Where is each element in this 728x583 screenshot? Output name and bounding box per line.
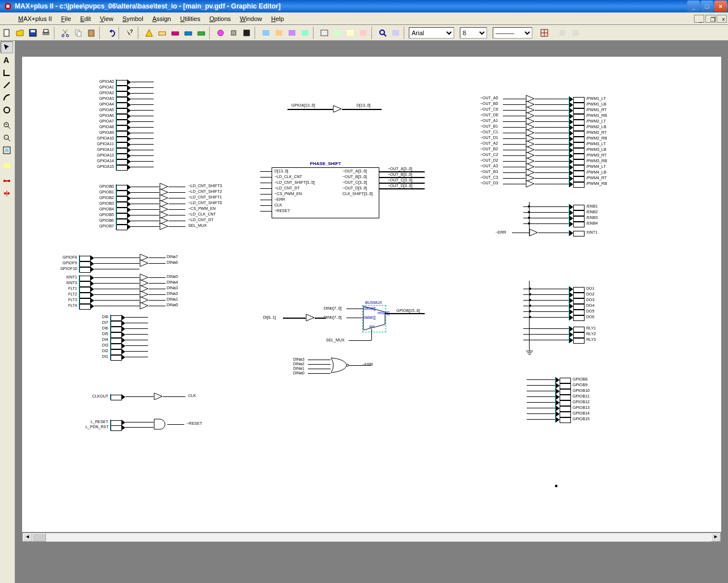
input-pin[interactable]: DI7 [110,320,111,326]
font-size-select[interactable]: 8 [460,27,487,39]
output-pin[interactable]: DO3 [569,298,570,303]
input-pin[interactable]: DI8 [110,315,111,320]
help-context-button[interactable]: ? [124,27,136,39]
tool3-icon[interactable] [286,27,298,39]
input-pin[interactable]: XINT1 [79,275,80,281]
new-button[interactable] [1,27,13,39]
tool7-icon[interactable] [357,27,370,39]
schematic-canvas[interactable]: GPIOA0GPIOA1GPIOA2GPIOA3GPIOA4GPIOA5GPIO… [22,57,721,532]
output-pin[interactable]: /ENB3 [569,216,570,221]
output-pin[interactable]: GPIOB9 [555,383,556,388]
output-pin[interactable]: /PWM3_LB [569,147,570,153]
output-pin[interactable]: GPIOB10 [555,388,556,394]
input-pin[interactable]: GPIOB1 [116,190,117,196]
input-pin[interactable]: GPIOA2 [116,91,117,96]
input-pin[interactable]: XINT3 [79,281,80,286]
input-pin[interactable]: GPIOA10 [116,136,117,142]
input-pin[interactable]: L_PDN_RST [110,425,111,430]
output-pin[interactable]: GPIOB8 [555,377,556,383]
paste-button[interactable] [85,27,98,39]
find-tool[interactable] [1,159,13,171]
output-pin[interactable]: /ENB4 [569,221,570,227]
compiler-icon[interactable] [169,27,181,39]
input-pin[interactable]: GPIOA13 [116,153,117,159]
output-pin[interactable]: RLY1 [569,326,570,332]
input-pin[interactable]: GPIOA7 [116,119,117,125]
input-pin[interactable]: GPIOB0 [116,184,117,190]
zoom-out-tool[interactable]: - [1,132,13,143]
menu-utilities[interactable]: Utilities [176,14,205,23]
maximize-button[interactable]: □ [701,1,713,12]
open-button[interactable] [14,27,26,39]
mdi-minimize-button[interactable]: _ [694,15,704,23]
print-button[interactable] [40,27,52,39]
input-pin[interactable]: GPIOA5 [116,108,117,113]
menu-maxplus[interactable]: MMAX+plus IIAX+plus II [14,14,57,23]
tool8-icon[interactable] [390,27,402,39]
output-pin[interactable]: DO6 [569,315,570,320]
tool1-icon[interactable] [260,27,272,39]
pin-icon[interactable] [227,27,240,39]
menu-symbol[interactable]: Symbol [118,14,148,23]
input-pin[interactable]: GPIOB6 [116,218,117,224]
input-pin[interactable]: GPIOA14 [116,159,117,164]
output-pin[interactable]: /PWM3_RB [569,159,570,164]
minimize-button[interactable]: _ [687,1,700,12]
msg-icon[interactable] [318,27,331,39]
output-pin[interactable]: /PWM2_RT [569,130,570,136]
menu-options[interactable]: Options [205,14,235,23]
menu-edit[interactable]: Edit [75,14,95,23]
output-pin[interactable]: /PWM4_LB [569,170,570,176]
input-pin[interactable]: GPIOB7 [116,224,117,230]
input-pin[interactable]: GPIOF8 [79,255,80,261]
zoom-fit-tool[interactable] [1,144,13,156]
input-pin[interactable]: GPIOB3 [116,201,117,207]
timing-icon[interactable] [195,27,208,39]
input-pin[interactable]: GPIOA15 [116,164,117,170]
scroll-right-button[interactable]: ► [711,533,721,542]
input-pin[interactable]: GPIOB5 [116,213,117,218]
menu-assign[interactable]: Assign [148,14,176,23]
close-button[interactable]: × [714,1,727,12]
hierarchy-icon[interactable] [156,27,168,39]
output-pin[interactable]: /PWM3_RT [569,153,570,159]
rubber2-icon[interactable] [569,27,582,39]
menu-window[interactable]: Window [235,14,266,23]
menu-help[interactable]: Help [266,14,289,23]
tool2-icon[interactable] [273,27,285,39]
output-pin[interactable]: /PWM1_RT [569,108,570,113]
cut-button[interactable] [59,27,71,39]
simulator-icon[interactable] [182,27,194,39]
input-pin[interactable]: DI1 [110,354,111,360]
output-pin[interactable]: /PWM1_RB [569,113,570,119]
output-pin[interactable]: /PWM3_LT [569,142,570,147]
mdi-restore-button[interactable]: ❐ [705,15,716,23]
output-pin[interactable]: DO4 [569,303,570,309]
orth-line-tool[interactable] [1,66,13,78]
input-pin[interactable]: DI6 [110,326,111,332]
input-pin[interactable]: GPIOF9 [79,261,80,267]
pointer-tool[interactable] [1,41,13,53]
tool4-icon[interactable] [299,27,311,39]
output-pin[interactable]: /PWM4_RB [569,181,570,187]
output-pin[interactable]: GPIOB13 [555,405,556,411]
analyze-icon[interactable] [214,27,227,39]
output-pin[interactable]: DO1 [569,286,570,292]
menu-file[interactable]: File [57,14,76,23]
scroll-thumb[interactable] [32,533,46,542]
connect-dots-icon[interactable] [1,187,13,199]
circle-tool[interactable] [1,104,13,116]
text-tool[interactable]: A [1,54,13,66]
tool6-icon[interactable] [344,27,357,39]
input-pin[interactable]: FLT1 [79,286,80,292]
input-pin[interactable]: GPIOA12 [116,147,117,153]
copy-button[interactable] [72,27,84,39]
mdi-close-button[interactable]: × [717,15,727,23]
output-pin[interactable]: GPIOB14 [555,411,556,417]
input-pin[interactable]: GPIOA9 [116,130,117,136]
menu-view[interactable]: View [95,14,118,23]
input-pin[interactable]: DI4 [110,337,111,343]
input-pin[interactable]: GPIOA1 [116,85,117,91]
input-pin[interactable]: GPIOA11 [116,142,117,147]
input-pin[interactable]: GPIOA3 [116,96,117,102]
